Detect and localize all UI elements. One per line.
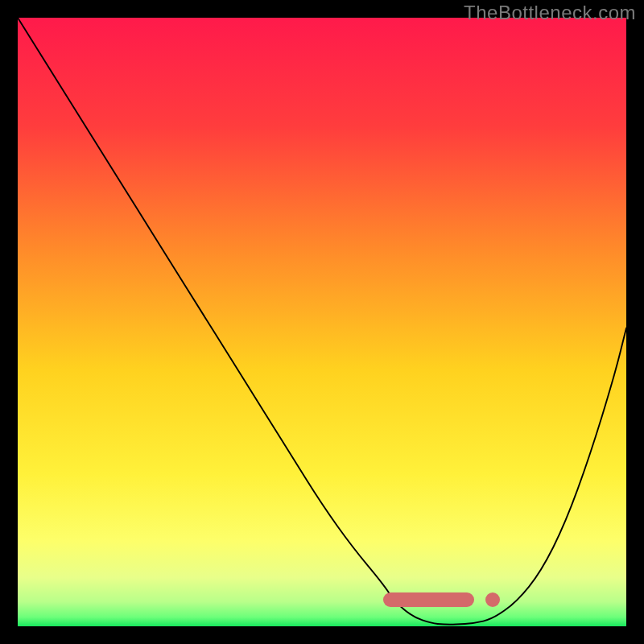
chart-frame: TheBottleneck.com	[0, 0, 644, 644]
svg-rect-0	[18, 18, 626, 626]
background-gradient	[18, 18, 626, 626]
watermark-text: TheBottleneck.com	[464, 2, 636, 24]
plot-area	[18, 18, 626, 626]
